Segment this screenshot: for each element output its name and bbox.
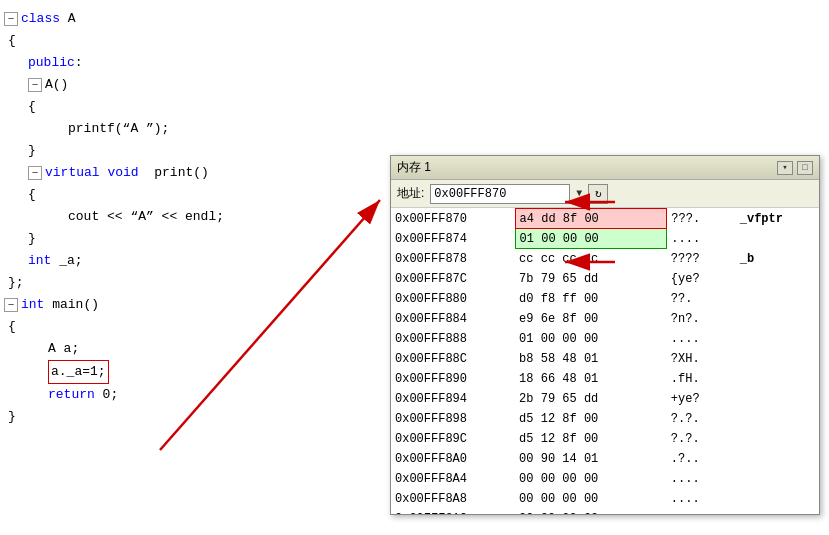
mem-bytes: 18 66 48 01 — [515, 369, 667, 389]
mem-label — [736, 389, 819, 409]
addr-label: 地址: — [397, 185, 424, 202]
memory-row: 0x00FFF88Cb8 58 48 01?XH. — [391, 349, 819, 369]
memory-row: 0x00FFF87C7b 79 65 dd{ye? — [391, 269, 819, 289]
addr-dropdown-icon[interactable]: ▼ — [576, 188, 582, 199]
mem-address: 0x00FFF898 — [391, 409, 515, 429]
collapse-print[interactable]: − — [28, 166, 42, 180]
mem-label: _b — [736, 249, 819, 269]
memory-row: 0x00FFF8A800 00 00 00.... — [391, 489, 819, 509]
mem-bytes: 00 00 00 00 — [515, 509, 667, 515]
mem-label — [736, 489, 819, 509]
mem-bytes: 01 00 00 00 — [515, 329, 667, 349]
collapse-class-a[interactable]: − — [4, 12, 18, 26]
mem-bytes: b8 58 48 01 — [515, 349, 667, 369]
mem-chars: ???? — [667, 249, 736, 269]
code-line-6: printf(“A ”); — [0, 118, 829, 140]
mem-label — [736, 309, 819, 329]
memory-title: 内存 1 — [397, 159, 431, 176]
mem-chars: .?.. — [667, 449, 736, 469]
memory-row: 0x00FFF89018 66 48 01.fH. — [391, 369, 819, 389]
mem-label — [736, 369, 819, 389]
mem-chars: .... — [667, 329, 736, 349]
memory-toolbar: 地址: ▼ ↻ — [391, 180, 819, 208]
mem-label: _vfptr — [736, 209, 819, 229]
code-line-2: { — [0, 30, 829, 52]
restore-button[interactable]: □ — [797, 161, 813, 175]
mem-bytes: d0 f8 ff 00 — [515, 289, 667, 309]
memory-row: 0x00FFF87401 00 00 00.... — [391, 229, 819, 249]
mem-address: 0x00FFF88C — [391, 349, 515, 369]
mem-address: 0x00FFF894 — [391, 389, 515, 409]
memory-row: 0x00FFF878cc cc cc cc????_b — [391, 249, 819, 269]
mem-label — [736, 269, 819, 289]
mem-address: 0x00FFF89C — [391, 429, 515, 449]
mem-bytes: cc cc cc cc — [515, 249, 667, 269]
mem-bytes: 00 00 00 00 — [515, 469, 667, 489]
mem-chars: +ye? — [667, 389, 736, 409]
mem-label — [736, 229, 819, 249]
mem-address: 0x00FFF8A8 — [391, 489, 515, 509]
highlighted-statement: a._a=1; — [48, 360, 109, 384]
mem-bytes: e9 6e 8f 00 — [515, 309, 667, 329]
mem-bytes: 00 00 00 00 — [515, 489, 667, 509]
mem-label — [736, 409, 819, 429]
memory-titlebar: 内存 1 ▾ □ — [391, 156, 819, 180]
mem-address: 0x00FFF87C — [391, 269, 515, 289]
mem-address: 0x00FFF888 — [391, 329, 515, 349]
memory-row: 0x00FFF88801 00 00 00.... — [391, 329, 819, 349]
mem-chars: .... — [667, 469, 736, 489]
mem-label — [736, 509, 819, 515]
mem-chars: ?.?. — [667, 429, 736, 449]
mem-address: 0x00FFF8AC — [391, 509, 515, 515]
mem-bytes: 00 90 14 01 — [515, 449, 667, 469]
pin-button[interactable]: ▾ — [777, 161, 793, 175]
mem-label — [736, 329, 819, 349]
memory-row: 0x00FFF880d0 f8 ff 00??. — [391, 289, 819, 309]
memory-row: 0x00FFF89Cd5 12 8f 00?.?. — [391, 429, 819, 449]
mem-chars: {ye? — [667, 269, 736, 289]
mem-label — [736, 469, 819, 489]
collapse-main[interactable]: − — [4, 298, 18, 312]
mem-bytes: 2b 79 65 dd — [515, 389, 667, 409]
memory-row: 0x00FFF898d5 12 8f 00?.?. — [391, 409, 819, 429]
memory-row: 0x00FFF884e9 6e 8f 00?n?. — [391, 309, 819, 329]
mem-address: 0x00FFF870 — [391, 209, 515, 229]
collapse-constructor[interactable]: − — [28, 78, 42, 92]
mem-address: 0x00FFF8A0 — [391, 449, 515, 469]
mem-chars: .... — [667, 489, 736, 509]
mem-address: 0x00FFF880 — [391, 289, 515, 309]
mem-address: 0x00FFF884 — [391, 309, 515, 329]
memory-content: 0x00FFF870a4 dd 8f 00???._vfptr0x00FFF87… — [391, 208, 819, 514]
mem-chars: .fH. — [667, 369, 736, 389]
mem-label — [736, 289, 819, 309]
mem-bytes: 01 00 00 00 — [515, 229, 667, 249]
code-line-3: public: — [0, 52, 829, 74]
mem-bytes: d5 12 8f 00 — [515, 429, 667, 449]
refresh-button[interactable]: ↻ — [588, 184, 608, 204]
memory-row: 0x00FFF8942b 79 65 dd+ye? — [391, 389, 819, 409]
memory-row: 0x00FFF8AC00 00 00 00.... — [391, 509, 819, 515]
mem-label — [736, 429, 819, 449]
code-line-5: { — [0, 96, 829, 118]
mem-bytes: 7b 79 65 dd — [515, 269, 667, 289]
code-line-1: −class A — [0, 8, 829, 30]
memory-row: 0x00FFF8A400 00 00 00.... — [391, 469, 819, 489]
mem-chars: ??. — [667, 289, 736, 309]
memory-row: 0x00FFF8A000 90 14 01.?.. — [391, 449, 819, 469]
mem-chars: ?n?. — [667, 309, 736, 329]
mem-chars: ???. — [667, 209, 736, 229]
mem-bytes: a4 dd 8f 00 — [515, 209, 667, 229]
addr-input[interactable] — [430, 184, 570, 204]
mem-label — [736, 349, 819, 369]
mem-chars: ?XH. — [667, 349, 736, 369]
mem-address: 0x00FFF890 — [391, 369, 515, 389]
mem-address: 0x00FFF878 — [391, 249, 515, 269]
titlebar-buttons: ▾ □ — [777, 161, 813, 175]
memory-row: 0x00FFF870a4 dd 8f 00???._vfptr — [391, 209, 819, 229]
mem-bytes: d5 12 8f 00 — [515, 409, 667, 429]
mem-address: 0x00FFF874 — [391, 229, 515, 249]
mem-chars: .... — [667, 229, 736, 249]
mem-address: 0x00FFF8A4 — [391, 469, 515, 489]
mem-chars: .... — [667, 509, 736, 515]
memory-window: 内存 1 ▾ □ 地址: ▼ ↻ 0x00FFF870a4 dd 8f 00??… — [390, 155, 820, 515]
